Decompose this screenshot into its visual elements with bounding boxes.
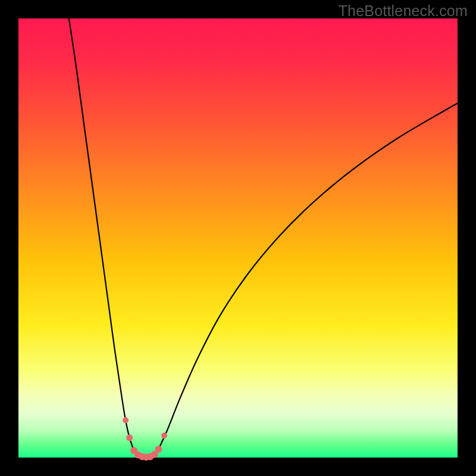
outer-frame: TheBottleneck.com <box>0 0 476 476</box>
curve-marker <box>126 434 133 441</box>
plot-area <box>18 18 458 458</box>
curve-marker <box>155 446 162 453</box>
watermark-text: TheBottleneck.com <box>339 2 468 20</box>
curve-marker <box>161 433 167 439</box>
curve-marker <box>123 417 129 423</box>
chart-svg <box>18 18 458 458</box>
bottleneck-curve <box>69 18 458 457</box>
